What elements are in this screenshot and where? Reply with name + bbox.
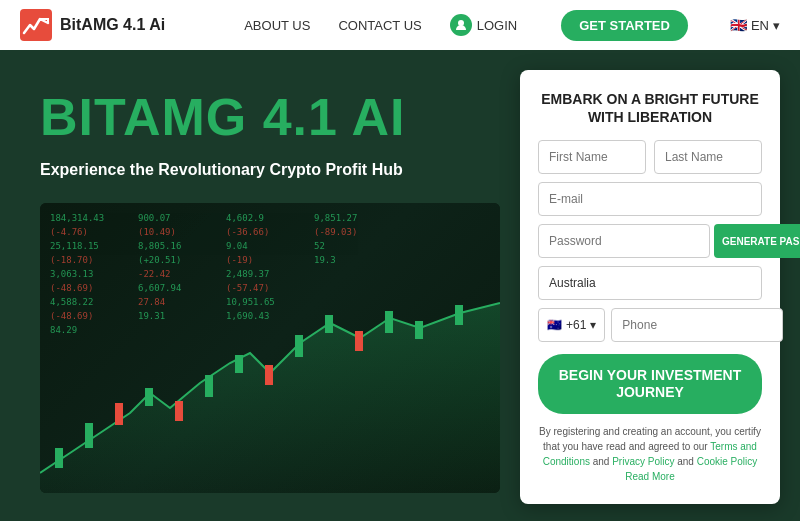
svg-rect-12 [325, 315, 333, 333]
svg-rect-14 [385, 311, 393, 333]
svg-rect-8 [205, 375, 213, 397]
svg-rect-13 [355, 331, 363, 351]
hero-left: BITAMG 4.1 AI Experience the Revolutiona… [0, 50, 510, 521]
svg-rect-7 [175, 401, 183, 421]
country-input[interactable] [538, 266, 762, 300]
lang-label: EN [751, 18, 769, 33]
login-button[interactable]: LOGIN [450, 14, 517, 36]
logo[interactable]: BitAMG 4.1 Ai [20, 9, 165, 41]
phone-input[interactable] [611, 308, 783, 342]
svg-rect-6 [145, 388, 153, 406]
last-name-input[interactable] [654, 140, 762, 174]
password-input[interactable] [538, 224, 710, 258]
language-selector[interactable]: 🇬🇧 EN ▾ [730, 17, 780, 33]
svg-marker-2 [40, 303, 500, 493]
read-more-link[interactable]: Read More [625, 471, 674, 482]
login-label: LOGIN [477, 18, 517, 33]
hero-section: BITAMG 4.1 AI Experience the Revolutiona… [0, 50, 800, 521]
email-input[interactable] [538, 182, 762, 216]
navbar: BitAMG 4.1 Ai ABOUT US CONTACT US LOGIN … [0, 0, 800, 50]
chevron-down-icon: ▾ [773, 18, 780, 33]
svg-rect-11 [295, 335, 303, 357]
svg-rect-5 [115, 403, 123, 425]
form-title: EMBARK ON A BRIGHT FUTURE WITH LIBERATIO… [538, 90, 762, 126]
get-started-button[interactable]: GET STARTED [561, 10, 688, 41]
generate-password-button[interactable]: GENERATE PASSWORDS [714, 224, 800, 258]
first-name-input[interactable] [538, 140, 646, 174]
begin-journey-button[interactable]: BEGIN YOUR INVESTMENT JOURNEY [538, 354, 762, 414]
flag-icon: 🇬🇧 [730, 17, 747, 33]
chart-container: 184,314.43 (-4.76) 25,118.15 (-18.70) 3,… [40, 203, 500, 493]
cookie-link[interactable]: Cookie Policy [697, 456, 758, 467]
dropdown-arrow-icon: ▾ [590, 318, 596, 332]
svg-rect-16 [455, 305, 463, 325]
chart-background: 184,314.43 (-4.76) 25,118.15 (-18.70) 3,… [40, 203, 500, 493]
nav-about[interactable]: ABOUT US [244, 18, 310, 33]
svg-rect-15 [415, 321, 423, 339]
disclaimer-text: By registering and creating an account, … [538, 424, 762, 484]
svg-rect-10 [265, 365, 273, 385]
svg-rect-9 [235, 355, 243, 373]
country-flag-icon: 🇦🇺 [547, 318, 562, 332]
nav-links: ABOUT US CONTACT US LOGIN GET STARTED 🇬🇧… [244, 10, 780, 41]
nav-contact[interactable]: CONTACT US [338, 18, 421, 33]
phone-prefix-selector[interactable]: 🇦🇺 +61 ▾ [538, 308, 605, 342]
registration-form: EMBARK ON A BRIGHT FUTURE WITH LIBERATIO… [520, 70, 780, 504]
password-row: GENERATE PASSWORDS [538, 224, 762, 258]
name-row [538, 140, 762, 174]
phone-code: +61 [566, 318, 586, 332]
candlestick-chart [40, 293, 500, 493]
svg-rect-4 [85, 423, 93, 448]
privacy-link[interactable]: Privacy Policy [612, 456, 674, 467]
logo-icon [20, 9, 52, 41]
hero-subtitle: Experience the Revolutionary Crypto Prof… [40, 161, 480, 179]
phone-row: 🇦🇺 +61 ▾ [538, 308, 762, 342]
hero-right: EMBARK ON A BRIGHT FUTURE WITH LIBERATIO… [510, 50, 800, 521]
login-avatar-icon [450, 14, 472, 36]
hero-title: BITAMG 4.1 AI [40, 90, 480, 145]
svg-rect-3 [55, 448, 63, 468]
logo-text: BitAMG 4.1 Ai [60, 16, 165, 34]
